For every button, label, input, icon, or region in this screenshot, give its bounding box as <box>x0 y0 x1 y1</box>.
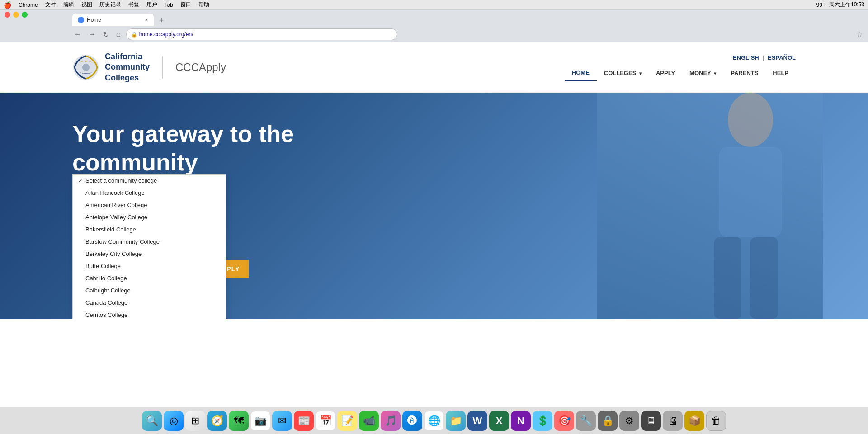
apple-menu[interactable]: 🍎 <box>4 1 11 9</box>
edit-menu[interactable]: 编辑 <box>63 1 74 9</box>
header-right: ENGLISH | ESPAÑOL HOME COLLEGES ▾ APPLY … <box>565 54 796 81</box>
svg-point-1 <box>82 64 90 71</box>
chrome-menu[interactable]: Chrome <box>19 2 38 8</box>
browser-actions: ☆ <box>856 30 863 39</box>
dropdown-item-7[interactable]: Cabrillo College <box>73 272 226 284</box>
dropdown-item-1[interactable]: American River College <box>73 199 226 211</box>
dropdown-item-4[interactable]: Barstow Community College <box>73 236 226 248</box>
view-menu[interactable]: 视图 <box>81 1 92 9</box>
dropdown-item-6[interactable]: Butte College <box>73 260 226 272</box>
close-window-button[interactable] <box>5 12 10 18</box>
dock-music[interactable]: 🎵 <box>381 411 401 431</box>
dock-security[interactable]: 🔒 <box>598 411 618 431</box>
svg-point-2 <box>728 93 773 147</box>
dock-trash[interactable]: 🗑 <box>706 411 726 431</box>
browser-chrome: Home × + ← → ↻ ⌂ 🔒 home.cccapply.org/en/… <box>0 10 868 42</box>
nav-money[interactable]: MONEY ▾ <box>682 66 723 80</box>
lang-separator: | <box>763 54 764 61</box>
home-button[interactable]: ⌂ <box>114 29 123 39</box>
history-menu[interactable]: 历史记录 <box>99 1 121 9</box>
tab-close-button[interactable]: × <box>145 16 148 24</box>
refresh-button[interactable]: ↻ <box>101 29 111 40</box>
dropdown-item-2[interactable]: Antelope Valley College <box>73 211 226 223</box>
dock-excel[interactable]: X <box>489 411 509 431</box>
forward-button[interactable]: → <box>87 29 98 39</box>
svg-rect-3 <box>719 147 782 237</box>
dock-notes[interactable]: 📝 <box>337 411 357 431</box>
dock-printer[interactable]: 🖨 <box>663 411 683 431</box>
site-header: CaliforniaCommunityColleges CCCApply ENG… <box>0 42 868 93</box>
english-link[interactable]: ENGLISH <box>733 54 759 61</box>
dock-calendar[interactable]: 📅 <box>316 411 335 431</box>
college-dropdown[interactable]: ✓ Select a community college Allan Hanco… <box>72 174 226 319</box>
dock-photos[interactable]: 📷 <box>250 411 270 431</box>
dropdown-item-9[interactable]: Cañada College <box>73 297 226 309</box>
dock-finder2[interactable]: 📁 <box>446 411 466 431</box>
dock-chrome[interactable]: 🌐 <box>424 411 444 431</box>
dock-onenote[interactable]: N <box>511 411 531 431</box>
menubar-notifications: 99+ <box>816 2 826 8</box>
new-tab-button[interactable]: + <box>156 14 167 26</box>
mac-dock: 🔍 ◎ ⊞ 🧭 🗺 📷 ✉ 📰 📅 📝 📹 🎵 🅐 🌐 📁 W X N 💲 🎯 … <box>0 407 868 434</box>
dock-siri[interactable]: ◎ <box>164 411 184 431</box>
nav-home[interactable]: HOME <box>565 66 597 81</box>
active-tab[interactable]: Home × <box>72 14 154 26</box>
nav-apply[interactable]: APPLY <box>649 66 682 80</box>
minimize-window-button[interactable] <box>13 12 19 18</box>
nav-help[interactable]: HELP <box>765 66 796 80</box>
ccc-logo <box>72 54 99 81</box>
dock-settings[interactable]: ⚙ <box>619 411 639 431</box>
bookmarks-menu[interactable]: 书签 <box>128 1 139 9</box>
maximize-window-button[interactable] <box>22 12 28 18</box>
url-text: home.cccapply.org/en/ <box>139 31 392 38</box>
dropdown-item-5[interactable]: Berkeley City College <box>73 248 226 260</box>
back-button[interactable]: ← <box>72 29 83 39</box>
security-lock-icon: 🔒 <box>131 32 137 38</box>
mac-menubar: 🍎 Chrome 文件 编辑 视图 历史记录 书签 用户 Tab 窗口 帮助 9… <box>0 0 868 10</box>
dropdown-item-0[interactable]: Allan Hancock College <box>73 187 226 199</box>
tab-favicon <box>78 17 84 23</box>
main-nav: HOME COLLEGES ▾ APPLY MONEY ▾ PARENTS HE… <box>565 66 796 81</box>
dropdown-item-placeholder[interactable]: ✓ Select a community college <box>73 175 226 187</box>
dock-mail[interactable]: ✉ <box>272 411 292 431</box>
nav-parents[interactable]: PARENTS <box>723 66 765 80</box>
dock-news[interactable]: 📰 <box>294 411 314 431</box>
cccapply-text: CCCApply <box>175 61 226 74</box>
logo-divider <box>162 56 163 79</box>
dock-display[interactable]: 🖥 <box>641 411 661 431</box>
user-menu[interactable]: 用户 <box>146 1 157 9</box>
hero-title: Your gateway to thecommunity <box>72 120 321 176</box>
dropdown-item-3[interactable]: Bakersfield College <box>73 223 226 236</box>
website: CaliforniaCommunityColleges CCCApply ENG… <box>0 42 868 319</box>
help-menu[interactable]: 帮助 <box>198 1 209 9</box>
svg-rect-5 <box>750 237 778 319</box>
spanish-link[interactable]: ESPAÑOL <box>768 54 796 61</box>
dock-safari[interactable]: 🧭 <box>207 411 227 431</box>
logo-text: CaliforniaCommunityColleges <box>105 52 150 83</box>
dock-finder[interactable]: 🔍 <box>142 411 162 431</box>
language-bar: ENGLISH | ESPAÑOL <box>733 54 796 61</box>
dock-maps[interactable]: 🗺 <box>229 411 249 431</box>
dock-target[interactable]: 🎯 <box>554 411 574 431</box>
dock-packages[interactable]: 📦 <box>684 411 704 431</box>
dropdown-item-10[interactable]: Cerritos College <box>73 309 226 319</box>
logo-area: CaliforniaCommunityColleges CCCApply <box>72 52 226 83</box>
dock-word[interactable]: W <box>467 411 487 431</box>
file-menu[interactable]: 文件 <box>45 1 56 9</box>
dock-facetime[interactable]: 📹 <box>359 411 379 431</box>
dropdown-item-8[interactable]: Calbright College <box>73 284 226 297</box>
colleges-caret: ▾ <box>639 71 642 76</box>
dock-dollar[interactable]: 💲 <box>533 411 552 431</box>
dock-appstore[interactable]: 🅐 <box>402 411 422 431</box>
browser-addressbar: ← → ↻ ⌂ 🔒 home.cccapply.org/en/ ☆ <box>0 26 868 42</box>
hero-section: Your gateway to thecommunity ...llion st… <box>0 93 868 319</box>
browser-tabs: Home × + <box>0 10 868 26</box>
bookmark-button[interactable]: ☆ <box>856 30 863 39</box>
address-bar[interactable]: 🔒 home.cccapply.org/en/ <box>126 28 397 40</box>
dock-launchpad[interactable]: ⊞ <box>185 411 205 431</box>
nav-colleges[interactable]: COLLEGES ▾ <box>597 66 649 80</box>
tab-title: Home <box>87 17 101 23</box>
dock-tools[interactable]: 🔧 <box>576 411 596 431</box>
tab-menu[interactable]: Tab <box>165 2 173 8</box>
window-menu[interactable]: 窗口 <box>180 1 191 9</box>
